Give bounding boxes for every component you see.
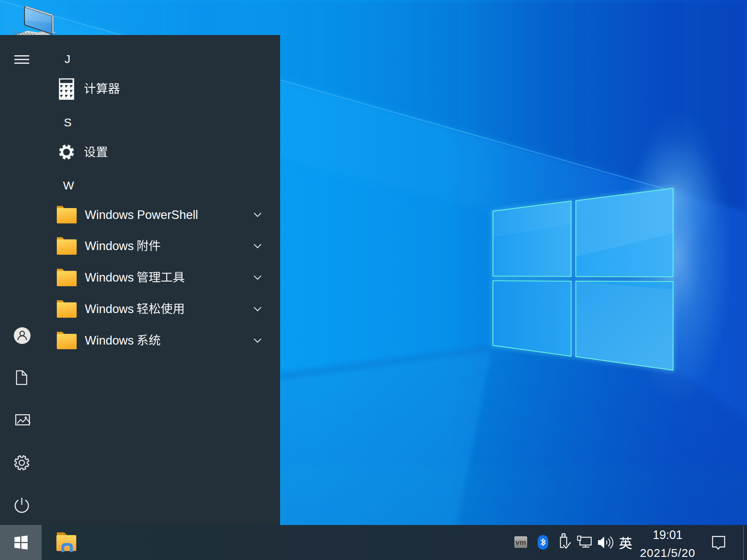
svg-text:Windows: Windows — [85, 271, 134, 284]
svg-text:Windows: Windows — [85, 334, 134, 347]
svg-text:2021/5/20: 2021/5/20 — [640, 546, 695, 559]
svg-text:Windows: Windows — [85, 239, 134, 253]
svg-text:19:01: 19:01 — [653, 528, 682, 541]
svg-text:Windows PowerShell: Windows PowerShell — [85, 208, 198, 222]
svg-text:Windows: Windows — [85, 302, 134, 316]
svg-text:S: S — [64, 116, 72, 129]
svg-text:J: J — [65, 52, 70, 65]
svg-text:vm: vm — [516, 538, 526, 546]
svg-text:W: W — [63, 179, 74, 192]
